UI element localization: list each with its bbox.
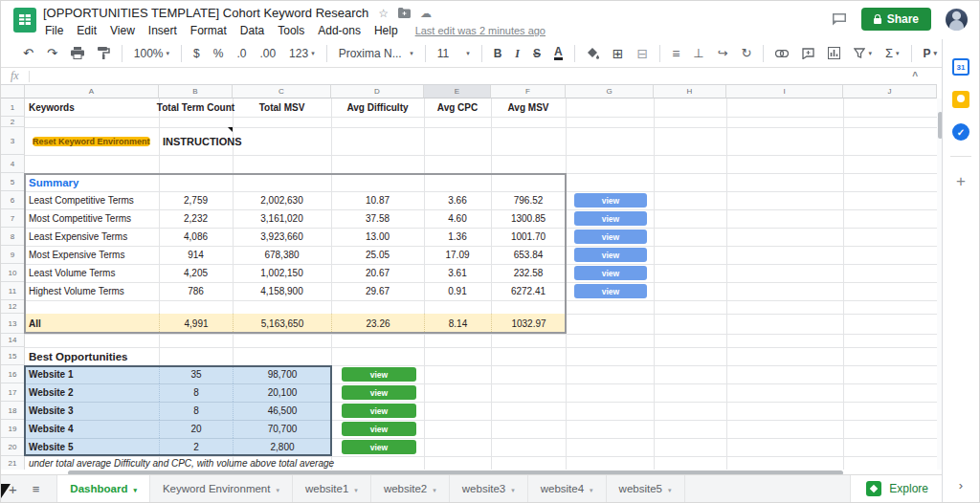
cells-area[interactable]: Keywords Total Term Count Total MSV Avg … [25, 98, 937, 470]
increase-decimal-icon[interactable]: .00 [253, 48, 282, 59]
cell-total-msv[interactable]: 4,158,900 [233, 282, 331, 300]
cell-avg-cpc-header[interactable]: Avg CPC [424, 98, 491, 117]
tab-menu-icon[interactable] [433, 483, 436, 494]
cell-footnote[interactable]: under total average Difficulty and CPC, … [25, 456, 338, 470]
column-header-h[interactable]: H [654, 85, 726, 98]
insert-chart-icon[interactable] [821, 47, 847, 59]
text-color-icon[interactable]: A [554, 46, 563, 60]
cell-avg-difficulty[interactable]: 29.67 [331, 282, 424, 300]
cell-term-count[interactable]: 4,086 [159, 228, 233, 246]
cloud-saved-icon[interactable]: ☁ [420, 8, 432, 19]
collapse-panel-icon[interactable]: › [959, 478, 963, 492]
column-header-b[interactable]: B [159, 85, 233, 98]
cell-avg-difficulty[interactable]: 37.58 [331, 209, 424, 228]
cell-total-msv[interactable]: 2,800 [233, 438, 331, 456]
cell-website[interactable]: Website 4 [25, 420, 159, 438]
fill-color-icon[interactable] [580, 47, 606, 59]
cell-label[interactable]: Least Competitive Terms [25, 191, 159, 209]
cell-instructions[interactable]: INSTRUCTIONS [159, 127, 233, 155]
menu-edit[interactable]: Edit [77, 24, 97, 37]
font-select[interactable]: Proxima N... [332, 48, 420, 59]
row-header[interactable]: 15 [1, 347, 25, 365]
cell-all-label[interactable]: All [25, 314, 159, 334]
tab-website3[interactable]: website3 [450, 475, 528, 502]
row-header[interactable]: 8 [1, 228, 25, 246]
best-opportunities-title[interactable]: Best Opportunities [25, 347, 235, 365]
select-all-corner[interactable] [1, 85, 25, 98]
cell-term-count[interactable]: 2,759 [159, 191, 233, 209]
cell-avg-difficulty[interactable]: 23.26 [331, 314, 424, 334]
menu-addons[interactable]: Add-ons [318, 24, 361, 37]
menu-insert[interactable]: Insert [148, 24, 177, 37]
row-header[interactable]: 17 [1, 383, 25, 402]
cell-term-count[interactable]: 35 [159, 365, 233, 383]
cell-avg-msv[interactable]: 1300.85 [491, 209, 566, 228]
row-header[interactable]: 12 [1, 300, 25, 314]
cell-total-msv[interactable]: 46,500 [233, 402, 331, 420]
view-button[interactable]: view [574, 211, 647, 226]
tab-dashboard[interactable]: Dashboard [56, 475, 150, 502]
cell-avg-difficulty-header[interactable]: Avg Difficulty [331, 98, 424, 117]
explore-button[interactable]: Explore [850, 475, 944, 502]
menu-tools[interactable]: Tools [278, 24, 304, 37]
row-header[interactable]: 21 [1, 456, 25, 470]
cell-term-count[interactable]: 2,232 [159, 209, 233, 228]
tab-website4[interactable]: website4 [528, 475, 607, 502]
formula-input[interactable] [30, 68, 912, 84]
cell-avg-msv[interactable]: 232.58 [491, 264, 566, 282]
cell-website[interactable]: Website 2 [25, 383, 159, 402]
row-header[interactable]: 20 [1, 438, 25, 456]
column-header-i[interactable]: I [726, 85, 843, 98]
avatar[interactable] [946, 9, 968, 31]
cell-total-msv[interactable]: 2,002,630 [233, 191, 331, 209]
row-header[interactable]: 16 [1, 365, 25, 383]
cell-keywords-header[interactable]: Keywords [25, 98, 159, 117]
strikethrough-icon[interactable]: S [526, 48, 547, 59]
zoom-select[interactable]: 100% [127, 48, 176, 59]
comment-history-icon[interactable] [832, 12, 847, 26]
insert-comment-icon[interactable] [795, 48, 821, 59]
cell-term-count[interactable]: 8 [159, 383, 233, 402]
cell-term-count[interactable]: 914 [159, 246, 233, 264]
column-header-f[interactable]: F [491, 85, 566, 98]
cell-label[interactable]: Least Volume Terms [25, 264, 159, 282]
calendar-icon[interactable]: 31 [952, 58, 969, 76]
format-currency-icon[interactable]: $ [187, 48, 207, 59]
cell-avg-msv[interactable]: 6272.41 [491, 282, 566, 300]
cell-total-msv[interactable]: 3,923,660 [233, 228, 331, 246]
cell-label[interactable]: Most Competitive Terms [25, 209, 159, 228]
filter-icon[interactable] [847, 48, 879, 58]
cell-avg-msv[interactable]: 796.52 [491, 191, 566, 209]
cell-avg-cpc[interactable]: 17.09 [424, 246, 491, 264]
cell-label[interactable]: Highest Volume Terms [25, 282, 159, 300]
star-icon[interactable]: ☆ [378, 8, 389, 19]
addon-icon[interactable]: P [917, 48, 945, 59]
cell-term-count[interactable]: 20 [159, 420, 233, 438]
row-header[interactable]: 4 [1, 155, 25, 173]
collapse-formula-bar-icon[interactable]: ^ [912, 71, 937, 81]
row-header[interactable]: 1 [1, 98, 25, 117]
view-button[interactable]: view [574, 266, 647, 280]
insert-link-icon[interactable] [768, 50, 795, 57]
tab-menu-icon[interactable] [354, 483, 358, 494]
cell-avg-msv[interactable]: 653.84 [491, 246, 566, 264]
italic-icon[interactable]: I [508, 48, 526, 59]
tab-menu-icon[interactable] [590, 483, 593, 494]
cell-total-msv[interactable]: 70,700 [233, 420, 331, 438]
functions-icon[interactable]: Σ [879, 47, 906, 59]
merge-cells-icon[interactable] [630, 47, 655, 60]
sheets-logo-icon[interactable] [13, 8, 36, 33]
column-header-j[interactable]: J [843, 85, 937, 98]
get-addons-icon[interactable]: + [956, 172, 966, 191]
format-percent-icon[interactable]: % [207, 48, 231, 59]
tab-website2[interactable]: website2 [371, 475, 450, 502]
column-header-e[interactable]: E [424, 85, 491, 98]
undo-icon[interactable] [16, 47, 40, 59]
tasks-icon[interactable]: ✓ [952, 123, 969, 141]
cell-avg-cpc[interactable]: 4.60 [424, 209, 491, 228]
tab-keyword-environment[interactable]: Keyword Environment [150, 475, 293, 502]
cell-term-count[interactable]: 8 [159, 402, 233, 420]
cell-total-msv[interactable]: 678,380 [233, 246, 331, 264]
cell-avg-difficulty[interactable]: 25.05 [331, 246, 424, 264]
view-button[interactable]: view [342, 440, 416, 454]
